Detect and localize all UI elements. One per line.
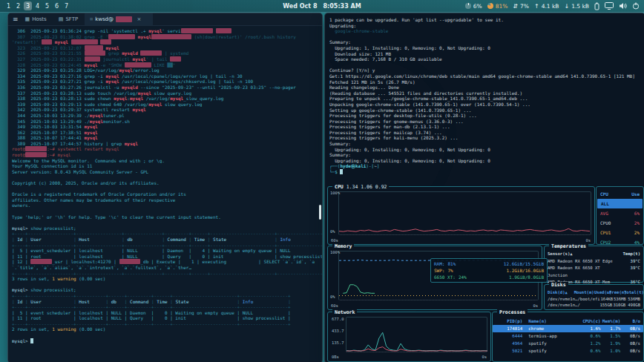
- terminal-line: | Id | User | Host | db | Command | Time…: [12, 299, 322, 305]
- disk-activity-icon: ⇵: [513, 3, 518, 10]
- workspace-3[interactable]: 3: [24, 1, 32, 10]
- workspace-5[interactable]: 5: [43, 1, 51, 10]
- menubar-time: 8:05:33 AM: [323, 3, 361, 10]
- terminal-line: Your MySQL connection id is 11: [12, 163, 322, 169]
- mysql-terminal-output[interactable]: 306 2025-09-23 01:36:24 grep -nil 'syste…: [8, 26, 322, 362]
- terminal-line: [12, 332, 322, 338]
- terminal-line: Processing triggers for mailcap (3.74) .…: [329, 130, 644, 136]
- load-average: 1.34 1.06 0.92: [346, 184, 387, 190]
- terminal-line: Upgrading: 0, Installing: 0, Removing: 0…: [329, 147, 644, 153]
- memory-gauge-icon: [487, 3, 493, 9]
- terminal-line: root@████████:~# mysql: [12, 152, 322, 158]
- disk-row: /dev/nvme1n…/155GB310GB490GB: [548, 302, 640, 309]
- terminal-line: 326 2025-09-23 03:21:55 ████████ grep my…: [12, 50, 322, 56]
- terminal-line: mysql> show processlist;: [12, 287, 322, 293]
- stat-upload: ↑4.1 kB: [534, 3, 559, 10]
- temperature-row: AMD Radeon RX 6650 XT Junction39°C: [548, 265, 640, 279]
- memory-panel: Memory 100% 0% 60s 0s RAM:81%12.6GiB/15.…: [327, 246, 542, 310]
- terminal-line: Preparing to unpack .../google-chrome-st…: [329, 96, 644, 102]
- terminal-line: | 11 | root | localhost | NULL | Query |…: [12, 254, 322, 260]
- terminal-line: +----+-----------------+----------------…: [12, 231, 322, 237]
- upload-icon: ↑: [534, 3, 539, 10]
- network-traffic-graph: [346, 317, 487, 351]
- terminal-line: Space needed: 7,168 B / 310 GB available: [329, 56, 644, 62]
- temperatures-panel: Temperatures Sensor(s)▲Temp(t) AMD Radeo…: [544, 246, 644, 283]
- terminal-line: 338 2025-09-23 03:28:13 sudo chown mysql…: [12, 96, 322, 102]
- terminal-line: 323 2025-09-23 03:12:07 ████ ██ mysql: [12, 45, 322, 51]
- workspace-1[interactable]: 1: [4, 1, 13, 10]
- net-y2: 433.7: [332, 329, 344, 333]
- terminal-line: [329, 62, 644, 68]
- workspace-2[interactable]: 2: [14, 1, 22, 10]
- terminal-line: 345 2025-10-03 13:29:49 ./mysqlmonitor.s…: [12, 119, 322, 125]
- terminal-line: 2 rows in set, 1 warning (0.00 sec): [12, 326, 322, 332]
- terminal-line: `.`title`, `a`.`alias`, `a`.`introtext`,…: [12, 265, 322, 271]
- disks-panel-title: Disks: [549, 282, 568, 288]
- mem-y-min: 0%: [330, 294, 335, 299]
- left-terminal-window: ≡ ▦Hosts ▤SFTP ⌗ kwsd@ ████ × 306 2025-0…: [7, 13, 323, 362]
- terminal-line: Server version: 8.0.43 MySQL Community S…: [12, 169, 322, 175]
- display-icon[interactable]: [605, 2, 614, 10]
- cpu-y-min: 0%: [330, 229, 335, 234]
- cpu-panel-title: CPU: [335, 184, 344, 190]
- workspace-7[interactable]: 7: [62, 1, 70, 10]
- core-row-cpu1[interactable]: CPU12%: [597, 228, 643, 237]
- cpu-panel: CPU 1.34 1.06 0.92 100% 0% 60s 0s: [327, 186, 595, 245]
- cores-col-cpu: CPU: [600, 191, 608, 197]
- process-row-chrome[interactable]: 174814chrome1.6%1.7%0B/s: [493, 325, 643, 332]
- stat-value: 7%: [520, 3, 529, 10]
- cpu-cores-panel: CPU Use ALLAVG6%CPU02%CPU12%CPU24%: [596, 186, 644, 245]
- stat-memory-gauge: 81%: [487, 3, 508, 10]
- terminal-line: 306 2025-09-23 01:36:24 grep -nil 'syste…: [12, 28, 322, 34]
- terminal-line: | 12 | ████████_usr | localhost:41270 | …: [12, 259, 322, 265]
- desktop: 1234567 Wed Oct 8 8:05:33 AM 6%81%⇵7%↑4.…: [0, 0, 644, 362]
- tab-close-icon[interactable]: ×: [137, 16, 142, 22]
- stat-value: 1.5 kB: [571, 3, 589, 10]
- tab-hosts[interactable]: ▦Hosts: [20, 13, 52, 25]
- stat-value: 81%: [496, 3, 508, 10]
- battery-icon[interactable]: [594, 2, 599, 10]
- net-y3: 135.7: [332, 340, 344, 345]
- system-stats: 6%81%⇵7%↑4.1 kB↓1.5 kB: [465, 3, 589, 10]
- power-icon[interactable]: [632, 2, 640, 10]
- terminal-line: Welcome to the MySQL monitor. Commands e…: [12, 158, 322, 164]
- core-row-avg[interactable]: AVG6%: [597, 208, 643, 218]
- process-row-termius-app[interactable]: 6444termius-app0.6%1.5%0B/s: [493, 332, 643, 340]
- volume-icon[interactable]: [619, 2, 627, 10]
- terminal-line: [12, 220, 322, 226]
- terminal-icon: ⌗: [90, 16, 93, 22]
- terminal-line: 1 package can be upgraded. Run 'apt list…: [329, 17, 644, 23]
- terminal-line: 388 2025-10-07 17:44:41 mysql: [12, 135, 322, 141]
- terminal-line: 389 2025-10-07 17:44:57 history | grep m…: [12, 141, 322, 147]
- process-row-spotify[interactable]: 4964spotify1.2%1.9%0B/s: [493, 340, 643, 347]
- tab-sftp[interactable]: ▤SFTP: [53, 13, 83, 25]
- terminal-line: 307 2025-09-23 01:38:02 grep -E '███████…: [12, 34, 322, 40]
- terminal-line: 329 2025-09-23 03:25:28 LOG=/var/log/mys…: [12, 68, 322, 73]
- terminal-line: Processing triggers for kali-menu (2025.…: [329, 135, 644, 141]
- core-row-cpu0[interactable]: CPU02%: [597, 218, 643, 228]
- terminal-line: 339 2025-09-23 03:29:13 sudo chmod 640 /…: [12, 102, 322, 108]
- apt-terminal-output[interactable]: 1 package can be upgraded. Run 'apt list…: [325, 13, 644, 183]
- clock: Wed Oct 8 8:05:33 AM: [283, 0, 361, 12]
- process-row-spotify[interactable]: 5021spotify0.6%1.0%0B/s: [493, 347, 643, 355]
- terminal-line: [329, 34, 644, 40]
- download-icon: ↓: [564, 3, 569, 10]
- mem-y-max: 100%: [330, 250, 340, 254]
- stat-value: 4.1 kB: [542, 3, 559, 10]
- workspace-6[interactable]: 6: [53, 1, 61, 10]
- terminal-line: 'restart)' ████ mysql ██████████ ████: [12, 39, 322, 45]
- hamburger-menu-icon[interactable]: ≡: [13, 16, 19, 23]
- scrollbar-thumb[interactable]: [319, 205, 321, 220]
- stat-value: 6%: [473, 3, 482, 10]
- tab-session[interactable]: ⌗ kwsd@ ████ ×: [85, 13, 153, 25]
- net-baseline-label: 0Bs: [332, 355, 339, 359]
- workspace-4[interactable]: 4: [33, 1, 42, 10]
- mem-x-left: 60s: [331, 303, 338, 308]
- terminal-line: 342 2025-09-23 03:29:37 systemctl restar…: [12, 107, 322, 113]
- terminal-line: [12, 186, 322, 192]
- terminal-line: +----+-----------------+-----------+----…: [12, 304, 322, 310]
- core-row-all[interactable]: ALL: [597, 199, 643, 208]
- workspace-switcher: 1234567: [4, 1, 70, 10]
- terminal-line: 336 2025-09-23 03:27:26 journalctl -u my…: [12, 85, 322, 90]
- cpu-x-right: 0s: [585, 238, 591, 243]
